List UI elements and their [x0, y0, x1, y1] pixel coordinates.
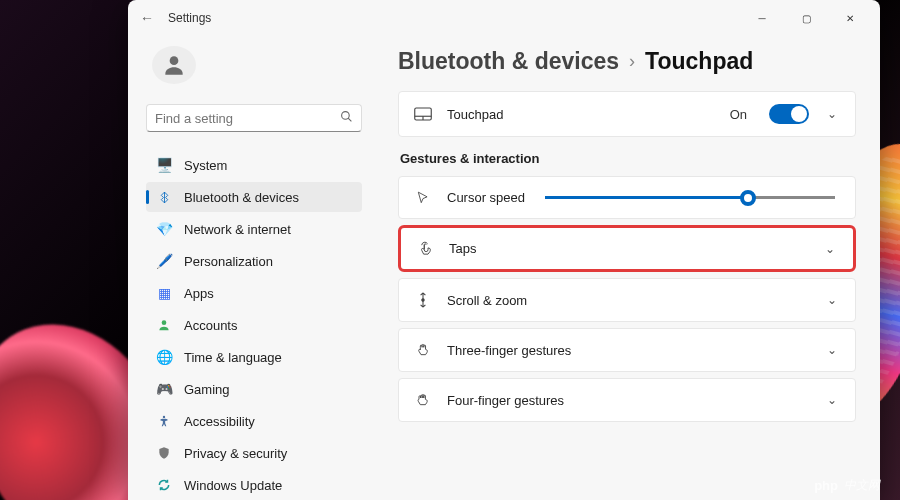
sidebar-item-label: Windows Update: [184, 478, 282, 493]
scroll-zoom-row[interactable]: Scroll & zoom ⌄: [398, 278, 856, 322]
maximize-button[interactable]: ▢: [784, 3, 828, 33]
bluetooth-icon: [156, 189, 172, 205]
settings-window: ← Settings ─ ▢ ✕ 🖥️ System: [128, 0, 880, 500]
sidebar-item-label: Personalization: [184, 254, 273, 269]
sidebar-item-label: System: [184, 158, 227, 173]
sidebar-item-accessibility[interactable]: Accessibility: [146, 406, 362, 436]
watermark: php 中文网: [814, 477, 880, 494]
breadcrumb-current: Touchpad: [645, 48, 753, 75]
sidebar-item-gaming[interactable]: 🎮 Gaming: [146, 374, 362, 404]
watermark-logo: php: [814, 478, 838, 493]
search-icon: [340, 110, 353, 126]
three-finger-icon: [413, 342, 433, 358]
sidebar-item-label: Apps: [184, 286, 214, 301]
chevron-right-icon: ›: [629, 51, 635, 72]
back-button[interactable]: ←: [140, 10, 154, 26]
update-icon: [156, 477, 172, 493]
four-finger-label: Four-finger gestures: [447, 393, 564, 408]
apps-icon: ▦: [156, 285, 172, 301]
breadcrumb: Bluetooth & devices › Touchpad: [398, 48, 856, 75]
sidebar-item-label: Privacy & security: [184, 446, 287, 461]
svg-point-4: [163, 416, 165, 418]
sidebar-item-network[interactable]: 💎 Network & internet: [146, 214, 362, 244]
tap-icon: [415, 241, 435, 256]
breadcrumb-parent[interactable]: Bluetooth & devices: [398, 48, 619, 75]
sidebar-item-label: Network & internet: [184, 222, 291, 237]
svg-point-0: [170, 56, 179, 65]
sidebar-item-label: Accounts: [184, 318, 237, 333]
four-finger-row[interactable]: Four-finger gestures ⌄: [398, 378, 856, 422]
cursor-speed-slider[interactable]: [545, 196, 835, 199]
shield-icon: [156, 445, 172, 461]
svg-point-1: [342, 112, 350, 120]
minimize-button[interactable]: ─: [740, 3, 784, 33]
four-finger-icon: [413, 392, 433, 408]
taps-row[interactable]: Taps ⌄: [398, 225, 856, 272]
svg-line-2: [348, 118, 351, 121]
svg-point-8: [422, 299, 424, 301]
taps-label: Taps: [449, 241, 476, 256]
sidebar-item-time-language[interactable]: 🌐 Time & language: [146, 342, 362, 372]
touchpad-icon: [413, 107, 433, 121]
monitor-icon: 🖥️: [156, 157, 172, 173]
sidebar-item-apps[interactable]: ▦ Apps: [146, 278, 362, 308]
sidebar-item-bluetooth-devices[interactable]: Bluetooth & devices: [146, 182, 362, 212]
close-button[interactable]: ✕: [828, 3, 872, 33]
sidebar-item-accounts[interactable]: Accounts: [146, 310, 362, 340]
sidebar-item-system[interactable]: 🖥️ System: [146, 150, 362, 180]
chevron-down-icon: ⌄: [823, 343, 841, 357]
chevron-down-icon: ⌄: [821, 242, 839, 256]
touchpad-label: Touchpad: [447, 107, 503, 122]
person-icon: [161, 52, 187, 78]
sidebar-item-personalization[interactable]: 🖊️ Personalization: [146, 246, 362, 276]
clock-icon: 🌐: [156, 349, 172, 365]
search-field[interactable]: [155, 111, 340, 126]
account-icon: [156, 317, 172, 333]
cursor-icon: [413, 191, 433, 205]
chevron-down-icon: ⌄: [823, 293, 841, 307]
sidebar-item-label: Time & language: [184, 350, 282, 365]
watermark-text: 中文网: [844, 477, 880, 494]
scroll-zoom-label: Scroll & zoom: [447, 293, 527, 308]
accessibility-icon: [156, 413, 172, 429]
three-finger-row[interactable]: Three-finger gestures ⌄: [398, 328, 856, 372]
cursor-speed-row: Cursor speed: [398, 176, 856, 219]
wifi-icon: 💎: [156, 221, 172, 237]
sidebar-item-privacy[interactable]: Privacy & security: [146, 438, 362, 468]
touchpad-toggle[interactable]: [769, 104, 809, 124]
three-finger-label: Three-finger gestures: [447, 343, 571, 358]
touchpad-state: On: [730, 107, 747, 122]
scroll-icon: [413, 292, 433, 308]
sidebar-item-label: Bluetooth & devices: [184, 190, 299, 205]
sidebar-item-label: Accessibility: [184, 414, 255, 429]
chevron-down-icon[interactable]: ⌄: [823, 107, 841, 121]
sidebar: 🖥️ System Bluetooth & devices 💎 Network …: [128, 36, 374, 500]
cursor-speed-label: Cursor speed: [447, 190, 525, 205]
touchpad-card[interactable]: Touchpad On ⌄: [398, 91, 856, 137]
titlebar: ← Settings ─ ▢ ✕: [128, 0, 880, 36]
brush-icon: 🖊️: [156, 253, 172, 269]
sidebar-item-windows-update[interactable]: Windows Update: [146, 470, 362, 500]
main-content: Bluetooth & devices › Touchpad Touchpad …: [374, 36, 880, 500]
search-input[interactable]: [146, 104, 362, 132]
section-header: Gestures & interaction: [400, 151, 856, 166]
slider-thumb[interactable]: [740, 190, 756, 206]
gamepad-icon: 🎮: [156, 381, 172, 397]
window-title: Settings: [168, 11, 211, 25]
svg-point-3: [162, 320, 167, 325]
sidebar-item-label: Gaming: [184, 382, 230, 397]
user-avatar[interactable]: [152, 46, 196, 84]
chevron-down-icon: ⌄: [823, 393, 841, 407]
